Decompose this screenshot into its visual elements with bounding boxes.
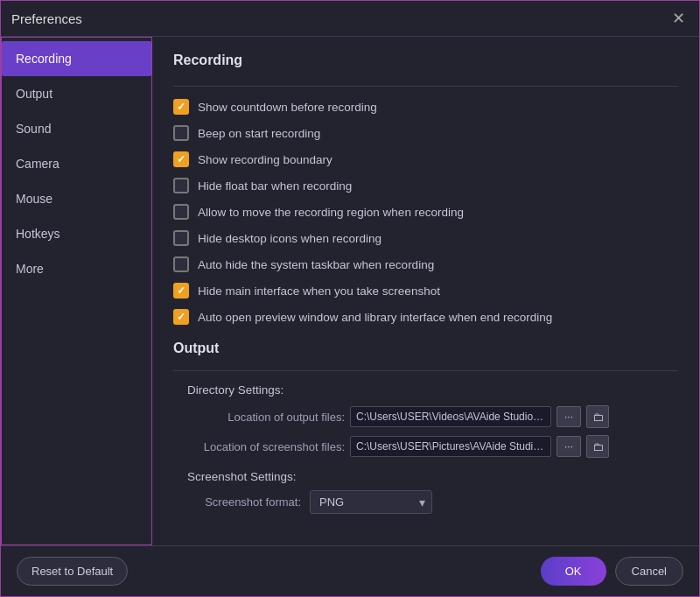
screenshot-files-dots-btn[interactable]: ··· [556, 436, 581, 457]
footer-right: OK Cancel [541, 557, 683, 586]
sidebar: Recording Output Sound Camera Mouse Hotk… [1, 37, 152, 545]
output-divider [173, 370, 678, 371]
checkbox-autoopen-box[interactable] [173, 309, 189, 325]
output-files-row: Location of output files: C:\Users\USER\… [187, 405, 678, 428]
format-select[interactable]: PNG JPG BMP GIF [310, 490, 432, 514]
checkbox-floatbar-box[interactable] [173, 178, 189, 193]
cancel-button[interactable]: Cancel [615, 557, 683, 586]
screenshot-settings: Screenshot Settings: Screenshot format: … [187, 470, 678, 514]
checkbox-maininterface-label[interactable]: Hide main interface when you take screen… [198, 284, 440, 298]
checkbox-maininterface: Hide main interface when you take screen… [173, 283, 678, 298]
checkbox-countdown-box[interactable] [173, 99, 189, 115]
checkbox-desktopicons-label[interactable]: Hide desktop icons when recording [198, 232, 382, 245]
dialog-body: Recording Output Sound Camera Mouse Hotk… [1, 37, 699, 545]
preferences-dialog: Preferences ✕ Recording Output Sound Cam… [0, 0, 700, 597]
checkbox-boundary-label[interactable]: Show recording boundary [198, 153, 332, 166]
checkbox-beep-box[interactable] [173, 125, 189, 141]
screenshot-files-folder-btn[interactable]: 🗀 [586, 435, 609, 458]
checkbox-boundary: Show recording boundary [173, 151, 678, 167]
checkbox-countdown-label[interactable]: Show countdown before recording [198, 101, 377, 114]
dialog-footer: Reset to Default OK Cancel [1, 545, 699, 596]
close-button[interactable]: ✕ [668, 8, 689, 29]
format-label: Screenshot format: [187, 495, 301, 509]
checkbox-autoopen-label[interactable]: Auto open preview window and library int… [198, 311, 552, 324]
sidebar-item-camera[interactable]: Camera [2, 146, 151, 181]
folder-icon: 🗀 [592, 411, 604, 424]
checkbox-floatbar-label[interactable]: Hide float bar when recording [198, 179, 352, 193]
checkbox-moveregion: Allow to move the recording region when … [173, 204, 678, 220]
sidebar-item-recording[interactable]: Recording [2, 41, 151, 76]
checkbox-floatbar: Hide float bar when recording [173, 178, 678, 193]
checkbox-autoopen: Auto open preview window and library int… [173, 309, 678, 325]
checkbox-desktopicons-box[interactable] [173, 230, 189, 246]
output-section-title: Output [173, 341, 678, 362]
checkbox-boundary-box[interactable] [173, 151, 189, 167]
sidebar-item-hotkeys[interactable]: Hotkeys [2, 216, 151, 251]
dialog-title: Preferences [11, 11, 82, 26]
ok-button[interactable]: OK [541, 557, 606, 586]
checkbox-beep-label[interactable]: Beep on start recording [198, 127, 320, 140]
sidebar-item-mouse[interactable]: Mouse [2, 181, 151, 216]
checkbox-beep: Beep on start recording [173, 125, 678, 141]
sidebar-item-sound[interactable]: Sound [2, 111, 151, 146]
checkbox-maininterface-box[interactable] [173, 283, 189, 298]
sidebar-item-output[interactable]: Output [2, 76, 151, 111]
sidebar-item-more[interactable]: More [2, 251, 151, 286]
checkbox-moveregion-box[interactable] [173, 204, 189, 220]
output-files-folder-btn[interactable]: 🗀 [586, 405, 609, 428]
checkbox-taskbar-box[interactable] [173, 256, 189, 272]
output-files-path: C:\Users\USER\Videos\AVAide Studio\AVAid… [350, 406, 551, 427]
screenshot-files-label: Location of screenshot files: [187, 440, 345, 453]
checkbox-taskbar-label[interactable]: Auto hide the system taskbar when record… [198, 258, 434, 271]
screenshot-settings-label: Screenshot Settings: [187, 470, 678, 483]
checkbox-taskbar: Auto hide the system taskbar when record… [173, 256, 678, 272]
reset-button[interactable]: Reset to Default [17, 557, 128, 586]
recording-section-title: Recording [173, 53, 678, 74]
directory-settings: Directory Settings: Location of output f… [187, 383, 678, 458]
title-bar: Preferences ✕ [1, 1, 699, 37]
checkbox-countdown: Show countdown before recording [173, 99, 678, 115]
format-row: Screenshot format: PNG JPG BMP GIF [187, 490, 678, 514]
output-files-dots-btn[interactable]: ··· [556, 406, 581, 427]
main-content: Recording Show countdown before recordin… [152, 37, 699, 545]
output-section: Output Directory Settings: Location of o… [173, 341, 678, 514]
screenshot-files-path: C:\Users\USER\Pictures\AVAide Studio\AVA… [350, 436, 551, 457]
folder-icon-2: 🗀 [592, 440, 604, 453]
format-select-wrapper: PNG JPG BMP GIF [310, 490, 432, 514]
checkbox-desktopicons: Hide desktop icons when recording [173, 230, 678, 246]
output-files-label: Location of output files: [187, 411, 345, 424]
screenshot-files-row: Location of screenshot files: C:\Users\U… [187, 435, 678, 458]
recording-divider [173, 86, 678, 87]
checkbox-moveregion-label[interactable]: Allow to move the recording region when … [198, 206, 464, 219]
directory-label: Directory Settings: [187, 383, 678, 397]
